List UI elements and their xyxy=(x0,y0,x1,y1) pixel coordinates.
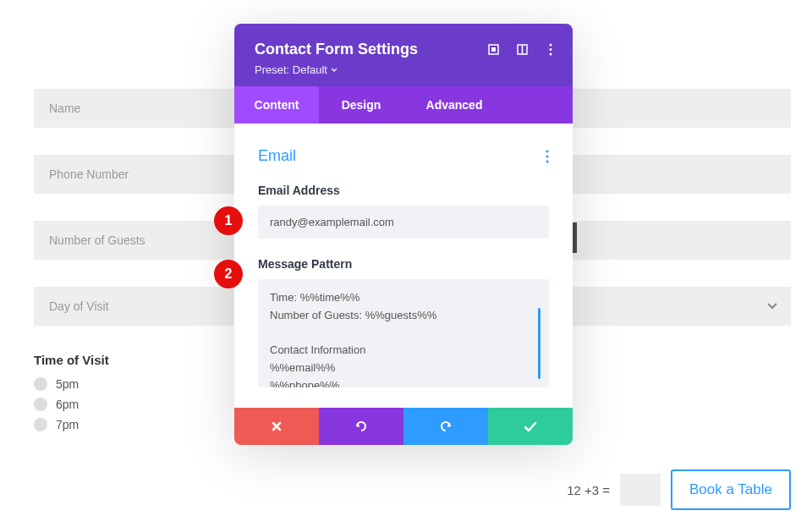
preset-selector[interactable]: Preset: Default xyxy=(255,63,552,76)
modal-body: Email Email Address Message Pattern xyxy=(234,124,573,408)
section-more-icon[interactable] xyxy=(546,150,549,163)
name-placeholder: Name xyxy=(49,102,80,115)
svg-point-6 xyxy=(550,52,552,55)
captcha-row: 12 +3 = Book a Table xyxy=(567,469,791,510)
radio-icon xyxy=(34,377,47,391)
captcha-input[interactable] xyxy=(620,474,661,506)
email-section-header[interactable]: Email xyxy=(258,147,549,165)
modal-header: Contact Form Settings Preset: Default xyxy=(234,24,573,86)
phone-placeholder: Phone Number xyxy=(49,167,129,181)
cancel-button[interactable] xyxy=(234,408,319,445)
svg-point-9 xyxy=(546,160,548,162)
svg-point-4 xyxy=(550,43,552,46)
svg-point-5 xyxy=(550,48,552,51)
caret-down-icon xyxy=(331,68,337,73)
svg-point-7 xyxy=(546,150,548,152)
captcha-question: 12 +3 = xyxy=(567,483,610,497)
panel-icon[interactable] xyxy=(515,42,529,56)
email-address-input[interactable] xyxy=(258,206,549,239)
annotation-badge-2: 2 xyxy=(214,260,243,288)
annotation-badge-1: 1 xyxy=(214,206,243,235)
section-title: Email xyxy=(258,147,546,165)
tab-content[interactable]: Content xyxy=(234,86,319,124)
radio-icon xyxy=(34,398,47,411)
svg-point-8 xyxy=(546,155,548,157)
close-icon xyxy=(271,420,283,432)
expand-icon[interactable] xyxy=(486,42,500,56)
time-option-label: 6pm xyxy=(56,398,79,411)
more-icon[interactable] xyxy=(544,42,557,56)
message-pattern-wrap xyxy=(258,279,549,391)
modal-footer xyxy=(234,408,573,445)
text-cursor-indicator xyxy=(538,308,540,379)
svg-rect-1 xyxy=(491,47,496,52)
modal-tabs: Content Design Advanced xyxy=(234,86,573,124)
preset-label: Preset: Default xyxy=(255,63,327,76)
tab-design[interactable]: Design xyxy=(319,86,403,124)
undo-button[interactable] xyxy=(319,408,403,445)
settings-modal: Contact Form Settings Preset: Default Co… xyxy=(234,24,573,445)
email-address-label: Email Address xyxy=(258,184,549,197)
check-icon xyxy=(524,421,537,432)
guests-placeholder: Number of Guests xyxy=(49,233,145,247)
redo-button[interactable] xyxy=(403,408,488,445)
undo-icon xyxy=(354,420,369,433)
message-pattern-label: Message Pattern xyxy=(258,257,549,271)
modal-header-actions xyxy=(486,42,557,56)
message-pattern-input[interactable] xyxy=(258,279,549,387)
radio-icon xyxy=(34,418,47,431)
book-table-button[interactable]: Book a Table xyxy=(671,469,791,510)
tab-advanced[interactable]: Advanced xyxy=(403,86,505,124)
time-option-label: 7pm xyxy=(56,418,79,431)
chevron-down-icon xyxy=(767,303,777,310)
save-button[interactable] xyxy=(488,408,573,445)
redo-icon xyxy=(438,420,453,433)
time-option-label: 5pm xyxy=(56,377,79,391)
day-placeholder: Day of Visit xyxy=(49,299,109,313)
